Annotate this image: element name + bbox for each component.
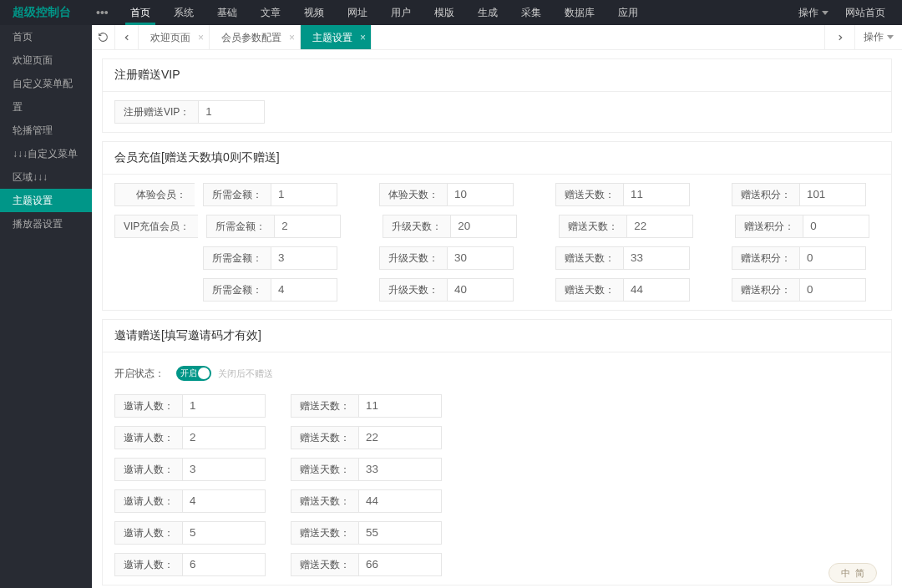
tab-close-icon[interactable]: × xyxy=(289,25,295,26)
topnav-数据库[interactable]: 数据库 xyxy=(553,0,606,25)
topnav-模版[interactable]: 模版 xyxy=(423,0,466,25)
topnav-基础[interactable]: 基础 xyxy=(205,0,249,25)
topnav-应用[interactable]: 应用 xyxy=(606,0,650,25)
top-site-home[interactable]: 网站首页 xyxy=(837,6,894,20)
topnav-系统[interactable]: 系统 xyxy=(162,0,205,25)
topnav-首页[interactable]: 首页 xyxy=(119,0,162,25)
more-icon[interactable]: ••• xyxy=(86,6,119,19)
topnav-视频[interactable]: 视频 xyxy=(292,0,336,25)
tab-close-icon[interactable]: × xyxy=(198,25,204,26)
topnav-采集[interactable]: 采集 xyxy=(509,0,553,25)
top-action-menu[interactable]: 操作 xyxy=(790,6,837,20)
topnav-文章[interactable]: 文章 xyxy=(249,0,292,25)
topnav-用户[interactable]: 用户 xyxy=(379,0,423,25)
topnav-网址[interactable]: 网址 xyxy=(336,0,379,25)
topnav-生成[interactable]: 生成 xyxy=(466,0,509,25)
brand-title: 超级控制台 xyxy=(0,5,86,20)
tab-close-icon[interactable]: × xyxy=(360,25,366,26)
